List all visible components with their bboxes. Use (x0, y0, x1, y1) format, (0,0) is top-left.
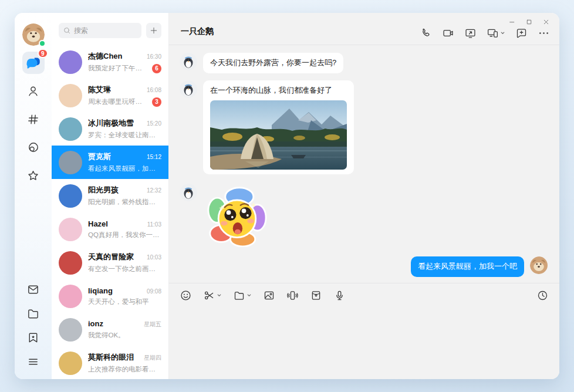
window-controls (508, 18, 550, 26)
hamburger-menu-icon (26, 355, 40, 369)
chat-header-actions (420, 27, 550, 39)
nudge-button[interactable] (286, 289, 299, 302)
user-avatar[interactable] (22, 23, 45, 46)
peer-avatar[interactable] (180, 80, 197, 98)
sidebar-item-contacts[interactable] (22, 80, 45, 102)
add-button[interactable] (146, 23, 161, 38)
conversation-item[interactable]: 杰德Chen16:30 我预定好了下午的会议6 (52, 45, 168, 79)
conversation-item[interactable]: liqiang09:08 天天开心，爱与和平 (52, 279, 168, 313)
sidebar-item-channels[interactable] (22, 108, 45, 130)
conversation-time: 12:32 (147, 187, 161, 194)
message-input[interactable] (169, 307, 559, 379)
red-packet-icon (310, 289, 322, 302)
chat-panel: 一只企鹅 (169, 13, 559, 379)
conversation-item[interactable]: Hazel11:03 QQ真好用，我发你一个超清表情 (52, 212, 168, 246)
emoji-icon (180, 289, 192, 302)
more-button[interactable] (538, 27, 550, 39)
person-icon (26, 85, 40, 98)
conversation-time: 10:03 (147, 254, 161, 261)
voice-call-button[interactable] (420, 27, 432, 39)
message-incoming: 今天我们去野外露营，你要一起去吗? (180, 53, 549, 73)
conversation-preview: 我觉得OK。 (88, 331, 125, 340)
search-icon (63, 26, 71, 35)
conversation-preview: 我预定好了下午的会议 (88, 64, 148, 73)
avatar (59, 84, 82, 107)
message-history-button[interactable] (536, 289, 549, 302)
message-incoming-sticker (180, 184, 549, 247)
sidebar-item-collections[interactable] (24, 328, 43, 347)
search-box (59, 23, 141, 38)
video-call-button[interactable] (442, 27, 454, 39)
penguin-avatar-image (180, 184, 197, 201)
launch-group-chat-button[interactable] (515, 27, 528, 39)
message-area: 今天我们去野外露营，你要一起去吗? 在一个环海的山脉，我们都准备好了 (169, 45, 559, 283)
conversation-item[interactable]: 陈艾琳16:08 周末去哪里玩呀？嘻嘻3 (52, 79, 168, 112)
flower-emoji-sticker[interactable] (205, 185, 268, 247)
conversation-item[interactable]: 阳光男孩12:32 阳光明媚，紫外线指数不高 (52, 179, 168, 212)
remote-device-button[interactable] (487, 27, 505, 39)
conversation-preview: 周末去哪里玩呀？嘻嘻 (88, 97, 148, 106)
message-incoming: 在一个环海的山脉，我们都准备好了 (180, 80, 549, 174)
avatar (59, 151, 82, 174)
conversation-item-selected[interactable]: 贾克斯15:12 看起来风景靓丽，加我一个吧 (52, 146, 168, 179)
conversation-preview: 天天开心，爱与和平 (88, 298, 149, 306)
close-icon[interactable] (542, 18, 550, 26)
conversation-preview: 罗宾：全球变暖让南极的冰川 (88, 131, 161, 140)
plus-icon (150, 26, 158, 35)
peer-avatar[interactable] (180, 53, 197, 70)
maximize-icon[interactable] (525, 18, 533, 26)
sidebar-item-folder[interactable] (24, 304, 43, 323)
conversation-time: 15:12 (147, 154, 161, 160)
conversation-time: 11:03 (147, 221, 161, 228)
red-packet-button[interactable] (310, 289, 322, 302)
conversation-preview: 阳光明媚，紫外线指数不高 (88, 198, 161, 207)
multi-device-icon (487, 27, 499, 39)
sidebar-item-favorites[interactable] (22, 164, 45, 187)
microphone-icon (333, 289, 346, 302)
chat-header: 一只企鹅 (169, 13, 559, 45)
penguin-avatar-image (180, 80, 197, 98)
sidebar-item-menu[interactable] (24, 352, 43, 371)
file-button[interactable] (233, 289, 252, 302)
screen-share-button[interactable] (464, 27, 477, 39)
minimize-icon[interactable] (508, 18, 516, 26)
voice-message-button[interactable] (333, 289, 346, 302)
online-status-dot (39, 40, 46, 47)
sidebar-item-mail[interactable] (24, 280, 43, 299)
message-bubble: 今天我们去野外露营，你要一起去吗? (203, 53, 343, 73)
conversation-preview: 看起来风景靓丽，加我一个吧 (88, 164, 161, 173)
chat-title: 一只企鹅 (181, 26, 214, 37)
bookmark-star-icon (26, 331, 40, 344)
search-row (52, 13, 168, 45)
search-input[interactable] (59, 23, 141, 38)
emoji-button[interactable] (180, 289, 192, 302)
photo-attachment[interactable] (210, 100, 347, 170)
unread-badge: 3 (152, 97, 161, 107)
conversation-item[interactable]: 天真的冒险家10:03 有空发一下你之前画的表情 (52, 246, 168, 279)
avatar (59, 117, 82, 141)
chat-bubbles-icon (25, 55, 41, 71)
star-icon (26, 169, 40, 183)
input-toolbar (169, 283, 559, 307)
conversation-item[interactable]: ionz星期五 我觉得OK。 (52, 313, 168, 346)
chevron-down-icon (247, 293, 252, 298)
conversation-name: 莫斯科的眼泪 (88, 352, 134, 363)
image-button[interactable] (263, 289, 275, 302)
phone-shake-icon (286, 289, 299, 302)
phone-icon (420, 27, 432, 39)
screenshot-button[interactable] (203, 289, 222, 302)
self-avatar[interactable] (530, 256, 549, 275)
chat-plus-icon (515, 27, 528, 39)
conversation-item[interactable]: 莫斯科的眼泪星期四 上次推荐你的电影看了吗? (52, 346, 168, 379)
sidebar-item-moments[interactable] (22, 136, 45, 158)
message-text: 在一个环海的山脉，我们都准备好了 (210, 85, 347, 96)
peer-avatar[interactable] (180, 184, 197, 201)
conversation-item[interactable]: 冰川南极地雪15:20 罗宾：全球变暖让南极的冰川 (52, 112, 168, 146)
sidebar-item-messages[interactable]: 9 (22, 52, 45, 74)
conversation-name: Hazel (88, 219, 108, 228)
conversation-time: 15:20 (147, 120, 161, 127)
sticker-image (205, 185, 268, 247)
messages-unread-badge: 9 (38, 49, 48, 58)
avatar (59, 285, 82, 308)
camping-lake-photo (210, 100, 347, 170)
